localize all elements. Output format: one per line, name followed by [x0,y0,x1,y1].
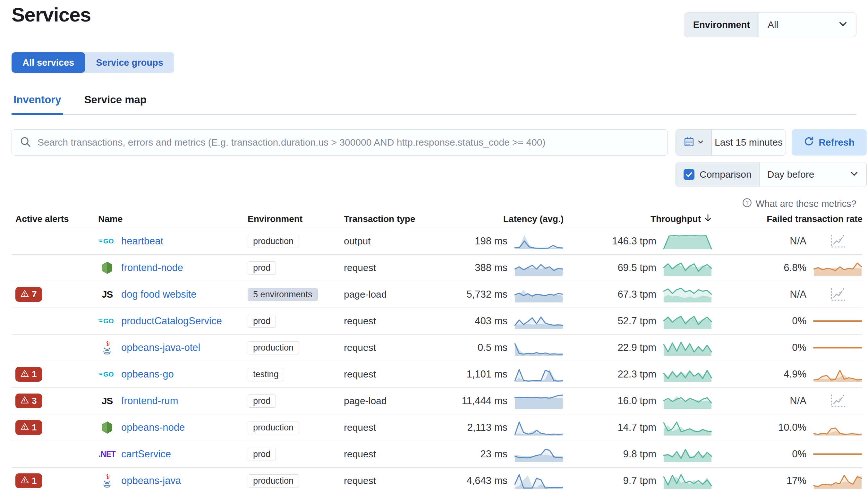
what-are-these-metrics-link[interactable]: ? What are these metrics? [742,198,857,210]
service-name-link[interactable]: opbeans-java [121,475,181,487]
active-alerts-badge[interactable]: 3 [16,394,42,408]
chevron-down-icon [697,139,704,146]
failed-rate-value: 4.9% [784,369,807,380]
header-environment[interactable]: Environment [244,210,340,228]
active-alerts-badge[interactable]: 7 [16,287,42,302]
question-circle-icon: ? [742,198,752,210]
service-name-link[interactable]: opbeans-go [121,369,174,380]
time-range-button[interactable]: Last 15 minutes [712,129,786,155]
tab-service-map[interactable]: Service map [82,94,149,115]
cell-active-alerts: 7 [11,281,94,308]
service-row: opbeans-java-otelproductionrequest0.5 ms… [11,335,863,361]
throughput-sparkline [663,259,713,277]
tabs: Inventory Service map [11,94,149,115]
nodejs-icon [98,421,116,434]
cell-failed: 0% [713,308,863,334]
services-table: Active alerts Name Environment Transacti… [11,210,863,492]
cell-transaction-type: page-load [340,281,449,308]
chevron-down-icon [838,19,848,31]
date-picker: Last 15 minutes [675,129,786,155]
chevron-down-icon [850,169,859,180]
comparison-select-value: Day before [767,169,814,180]
cell-active-alerts: 1 [11,468,94,492]
cell-name: .NETcartService [94,441,244,467]
failed-rate-value: N/A [790,289,807,300]
refresh-button-label: Refresh [819,137,854,148]
latency-sparkline [514,445,564,463]
service-name-link[interactable]: heartbeat [121,236,163,247]
service-groups-button[interactable]: Service groups [85,52,174,73]
cell-name: frontend-node [94,255,244,281]
cell-failed: 6.8% [713,255,863,281]
header-failed-transaction-rate[interactable]: Failed transaction rate [713,210,863,228]
cell-active-alerts [11,255,94,281]
throughput-value: 16.0 tpm [618,395,656,407]
failed-rate-sparkline [813,259,863,277]
latency-value: 0.5 ms [478,342,507,353]
failed-rate-value: 17% [787,475,807,487]
service-name-link[interactable]: opbeans-node [121,422,185,433]
active-alerts-badge[interactable]: 1 [16,473,42,488]
service-name-link[interactable]: frontend-node [121,262,183,274]
header-active-alerts[interactable]: Active alerts [11,210,94,228]
header-latency[interactable]: Latency (avg.) [449,210,564,228]
header-name[interactable]: Name [94,210,244,228]
all-services-button[interactable]: All services [11,52,85,73]
environment-select[interactable]: All [759,13,856,37]
cell-transaction-type: request [340,468,449,492]
transaction-type: request [344,262,376,273]
environment-select-value: All [768,19,778,30]
service-name-link[interactable]: cartService [121,448,171,460]
transaction-type: request [344,475,376,486]
cell-latency: 23 ms [449,441,564,467]
cell-environment: testing [244,361,340,388]
transaction-type: request [344,449,376,460]
active-alerts-badge[interactable]: 1 [16,367,42,382]
latency-sparkline [514,286,564,303]
cell-transaction-type: request [340,308,449,334]
service-name-link[interactable]: frontend-rum [121,395,178,407]
comparison-select[interactable]: Day before [760,162,866,187]
na-chart-icon [813,232,863,250]
environment-badge: production [248,421,299,434]
tab-inventory[interactable]: Inventory [11,94,63,115]
failed-rate-value: 0% [792,448,807,460]
failed-rate-value: 6.8% [784,262,807,274]
header-throughput[interactable]: Throughput [564,210,713,228]
throughput-sparkline [663,445,713,463]
throughput-sparkline [663,312,713,330]
latency-sparkline [514,419,564,437]
service-name-link[interactable]: productCatalogService [121,315,222,327]
environment-badge: prod [248,448,276,461]
service-name-link[interactable]: dog food website [121,289,196,300]
svg-text:?: ? [745,199,749,206]
cell-environment: production [244,414,340,441]
cell-name: opbeans-node [94,414,244,441]
header-transaction-type[interactable]: Transaction type [340,210,449,228]
date-quick-select-button[interactable] [676,129,712,155]
failed-rate-value: 0% [792,315,807,327]
svg-text:GO: GO [103,317,114,325]
cell-throughput: 52.7 tpm [564,308,713,334]
failed-rate-sparkline [813,445,863,463]
cell-failed: N/A [713,388,863,414]
search-input[interactable]: Search transactions, errors and metrics … [11,129,668,155]
cell-transaction-type: output [340,228,449,254]
latency-value: 403 ms [475,315,507,327]
failed-rate-sparkline [813,312,863,330]
throughput-sparkline [663,365,713,383]
services-table-header: Active alerts Name Environment Transacti… [11,210,863,228]
cell-throughput: 16.0 tpm [564,388,713,414]
throughput-sparkline [663,232,713,250]
cell-environment: production [244,468,340,492]
refresh-button[interactable]: Refresh [792,129,867,155]
cell-name: GOheartbeat [94,228,244,254]
comparison-control: Comparison Day before [675,162,867,187]
active-alerts-badge[interactable]: 1 [16,420,42,435]
service-name-link[interactable]: opbeans-java-otel [121,342,200,353]
go-icon: GO [98,317,116,325]
cell-throughput: 22.3 tpm [564,361,713,388]
cell-throughput: 67.3 tpm [564,281,713,308]
svg-text:GO: GO [103,370,114,378]
comparison-checkbox[interactable] [684,169,694,180]
